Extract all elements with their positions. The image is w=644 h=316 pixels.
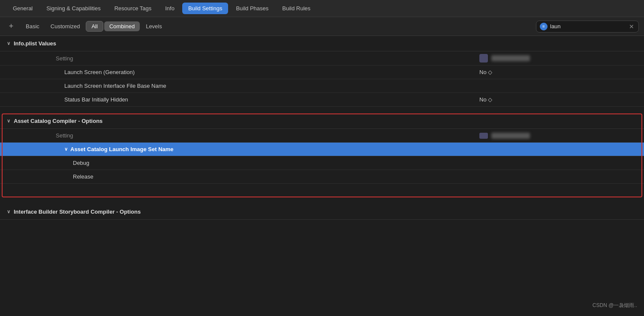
section-asset-catalog[interactable]: ∨ Asset Catalog Compiler - Options bbox=[0, 113, 644, 129]
info-plist-table: Setting Launch Screen (Generation) No ◇ … bbox=[0, 51, 644, 107]
row-launch-screen-interface[interactable]: Launch Screen Interface File Base Name bbox=[0, 79, 644, 93]
watermark: CSDN @一袅烟雨.. bbox=[593, 302, 637, 309]
section-chevron-info-plist[interactable]: ∨ bbox=[7, 41, 10, 46]
value-asset-catalog-launch bbox=[472, 147, 644, 152]
spacer-1 bbox=[0, 107, 644, 113]
blurred-value-2 bbox=[491, 133, 530, 139]
basic-button[interactable]: Basic bbox=[21, 21, 45, 31]
search-bar: ≡ ✕ bbox=[536, 21, 639, 33]
section-title-ib: Interface Builder Storyboard Compiler - … bbox=[14, 209, 141, 215]
tab-signing[interactable]: Signing & Capabilities bbox=[40, 3, 106, 14]
asset-catalog-section-wrapper: ∨ Asset Catalog Compiler - Options Setti… bbox=[0, 113, 644, 197]
tab-build-rules[interactable]: Build Rules bbox=[276, 3, 316, 14]
info-plist-header-row: Setting bbox=[0, 51, 644, 66]
section-title-info-plist: Info.plist Values bbox=[14, 40, 56, 47]
section-interface-builder[interactable]: ∨ Interface Builder Storyboard Compiler … bbox=[0, 204, 644, 220]
customized-button[interactable]: Customized bbox=[45, 21, 85, 31]
tab-general[interactable]: General bbox=[7, 3, 39, 14]
levels-button[interactable]: Levels bbox=[141, 21, 167, 31]
row-status-bar-hidden[interactable]: Status Bar Initially Hidden No ◇ bbox=[0, 93, 644, 107]
expand-chevron-asset-catalog[interactable]: ∨ bbox=[64, 146, 68, 152]
row-debug[interactable]: Debug bbox=[0, 156, 644, 170]
combined-button[interactable]: Combined bbox=[104, 21, 140, 31]
asset-catalog-header-row: Setting bbox=[0, 129, 644, 143]
setting-launch-screen-interface: Launch Screen Interface File Base Name bbox=[0, 80, 472, 92]
search-filter-icon[interactable]: ≡ bbox=[540, 23, 548, 30]
setting-launch-screen-gen: Launch Screen (Generation) bbox=[0, 66, 472, 78]
tab-build-phases[interactable]: Build Phases bbox=[230, 3, 274, 14]
all-button[interactable]: All bbox=[86, 21, 103, 32]
inner-spacer bbox=[0, 184, 644, 197]
row-launch-screen-gen[interactable]: Launch Screen (Generation) No ◇ bbox=[0, 66, 644, 79]
setting-col-header: Setting bbox=[0, 53, 472, 64]
spacer-2 bbox=[0, 197, 644, 204]
search-clear-button[interactable]: ✕ bbox=[628, 23, 635, 30]
search-input[interactable] bbox=[550, 23, 626, 30]
value-launch-screen-interface bbox=[472, 83, 644, 89]
value-release bbox=[472, 174, 644, 179]
content-area: ∨ Info.plist Values Setting Launch Scree… bbox=[0, 36, 644, 316]
value-launch-screen-gen: No ◇ bbox=[472, 66, 644, 78]
setting-status-bar-hidden: Status Bar Initially Hidden bbox=[0, 94, 472, 105]
asset-catalog-value-header bbox=[472, 130, 644, 141]
setting-debug: Debug bbox=[0, 157, 472, 169]
row-asset-catalog-launch[interactable]: ∨ Asset Catalog Launch Image Set Name bbox=[0, 143, 644, 156]
asset-catalog-table: Setting ∨ Asset Catalog Launch Image Set… bbox=[0, 129, 644, 197]
tab-build-settings[interactable]: Build Settings bbox=[182, 3, 229, 14]
tab-info[interactable]: Info bbox=[159, 3, 181, 14]
section-title-asset-catalog: Asset Catalog Compiler - Options bbox=[14, 118, 102, 124]
add-button[interactable]: + bbox=[5, 21, 17, 33]
value-col-header bbox=[472, 51, 644, 65]
value-status-bar-hidden: No ◇ bbox=[472, 94, 644, 105]
tab-resource-tags[interactable]: Resource Tags bbox=[108, 3, 157, 14]
value-debug bbox=[472, 161, 644, 166]
section-chevron-ib[interactable]: ∨ bbox=[7, 209, 10, 215]
blurred-value-1 bbox=[491, 55, 530, 61]
setting-asset-catalog-launch: ∨ Asset Catalog Launch Image Set Name bbox=[0, 143, 472, 155]
row-release[interactable]: Release bbox=[0, 170, 644, 184]
toolbar: + Basic Customized All Combined Levels ≡… bbox=[0, 17, 644, 36]
section-info-plist-values[interactable]: ∨ Info.plist Values bbox=[0, 36, 644, 51]
setting-release: Release bbox=[0, 171, 472, 182]
asset-catalog-setting-header: Setting bbox=[0, 130, 472, 141]
section-chevron-asset-catalog[interactable]: ∨ bbox=[7, 118, 10, 124]
tab-bar: General Signing & Capabilities Resource … bbox=[0, 0, 644, 17]
